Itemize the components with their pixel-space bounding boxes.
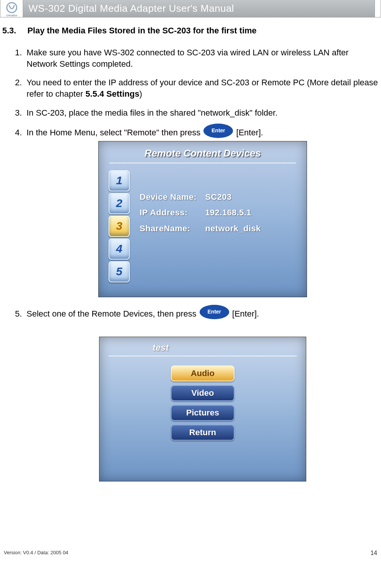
page-footer: Version: V0.4 / Data: 2005 04 14 [0,550,381,559]
enter-key-icon: Enter [203,124,233,138]
brand-text: Unication [6,14,17,17]
sc1-info-panel: Device Name: SC203 IP Address: 192.168.5… [140,170,261,282]
device-slot-5[interactable]: 5 [109,261,130,282]
svg-point-0 [7,3,17,13]
sc2-divider [109,356,297,356]
share-label: ShareName: [140,223,203,234]
ip-label: IP Address: [140,207,203,218]
unication-logo-icon: Unication [4,1,20,17]
device-name-row: Device Name: SC203 [140,189,261,205]
sc1-title: Remote Content Devices [99,141,307,162]
device-name-label: Device Name: [140,191,203,203]
footer-page-number: 14 [370,550,377,557]
screenshot-media-menu: test Audio Video Pictures Return [99,337,306,481]
section-title: Play the Media Files Stored in the SC-20… [27,26,257,35]
sc2-breadcrumb: test [99,337,306,355]
section-number: 5.3. [2,26,25,36]
header-spacer [375,0,381,17]
menu-video[interactable]: Video [171,385,235,401]
menu-pictures[interactable]: Pictures [171,405,235,421]
step-2: You need to enter the IP address of your… [24,77,379,99]
device-name-value: SC203 [205,192,232,202]
device-slot-2[interactable]: 2 [109,193,130,214]
sc2-menu: Audio Video Pictures Return [99,365,306,441]
ip-row: IP Address: 192.168.5.1 [140,205,261,221]
step-4-text-a: In the Home Menu, select "Remote" then p… [27,128,203,137]
step-2-ref: 5.5.4 Settings [85,89,139,99]
device-slot-1[interactable]: 1 [109,170,130,191]
step-3: In SC-203, place the media files in the … [24,107,379,119]
step-4: In the Home Menu, select "Remote" then p… [24,126,379,297]
step-2-text-a: You need to enter the IP address of your… [27,78,378,99]
step-4-text-b: [Enter]. [236,128,263,137]
brand-logo: Unication [0,0,23,17]
menu-audio[interactable]: Audio [171,365,235,381]
step-5-text-b: [Enter]. [232,309,259,318]
step-3-text: In SC-203, place the media files in the … [27,108,277,118]
header-title: WS-302 Digital Media Adapter User's Manu… [23,0,375,17]
device-slot-4[interactable]: 4 [109,238,130,260]
page-header: Unication WS-302 Digital Media Adapter U… [0,0,381,17]
step-5: Select one of the Remote Devices, then p… [24,307,379,481]
sc1-number-list: 1 2 3 4 5 [109,170,130,282]
step-5-text-a: Select one of the Remote Devices, then p… [27,309,199,318]
page-content: 5.3. Play the Media Files Stored in the … [0,17,381,481]
section-heading: 5.3. Play the Media Files Stored in the … [0,26,381,47]
sc1-divider [109,163,296,163]
ip-value: 192.168.5.1 [205,208,252,217]
step-1-text: Make sure you have WS-302 connected to S… [27,48,349,69]
step-2-text-c: ) [139,89,142,99]
enter-key-icon: Enter [200,305,229,319]
device-slot-3[interactable]: 3 [109,216,130,237]
menu-return[interactable]: Return [171,425,235,441]
step-1: Make sure you have WS-302 connected to S… [24,47,379,69]
share-row: ShareName: network_disk [140,221,261,237]
screenshot-remote-devices: Remote Content Devices 1 2 3 4 5 Device … [98,141,307,297]
share-value: network_disk [205,224,261,233]
footer-version: Version: V0.4 / Data: 2005 04 [4,550,68,557]
steps-list: Make sure you have WS-302 connected to S… [0,47,381,481]
